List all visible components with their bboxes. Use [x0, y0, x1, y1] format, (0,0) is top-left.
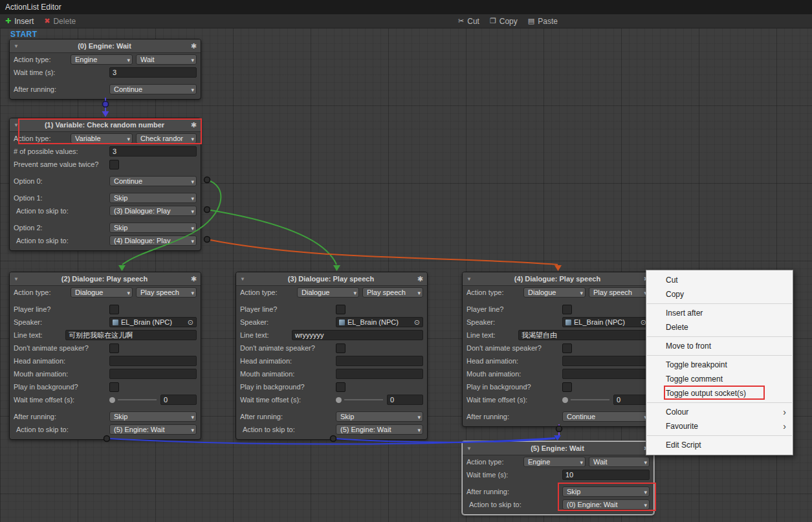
paste-button[interactable]: ▤ Paste: [523, 14, 563, 28]
slider-knob[interactable]: [336, 397, 342, 403]
gear-icon[interactable]: ✱: [188, 121, 197, 129]
possible-values-input[interactable]: [109, 146, 197, 157]
dont-animate-checkbox[interactable]: [336, 343, 346, 353]
line-text-input[interactable]: [292, 330, 423, 340]
wait-time-input[interactable]: [562, 470, 650, 480]
action-subtype-dropdown[interactable]: Wait ▾: [589, 457, 650, 467]
wait-offset-input[interactable]: [387, 395, 423, 405]
menu-item-toggle-output-sockets[interactable]: Toggle output socket(s): [646, 386, 793, 400]
menu-separator: [647, 336, 792, 337]
node-4-dialogue-play-speech[interactable]: ▼ (4) Dialogue: Play speech ✱ Action typ…: [462, 272, 654, 427]
action-category-dropdown[interactable]: Dialogue ▾: [523, 287, 586, 298]
play-in-background-checkbox[interactable]: [109, 382, 119, 392]
menu-item-cut[interactable]: Cut: [646, 273, 793, 287]
wait-offset-input[interactable]: [613, 395, 650, 405]
skip-to-dropdown[interactable]: (0) Engine: Wait ▾: [562, 499, 650, 510]
speaker-object-field[interactable]: EL_Brain (NPC) ⊙: [562, 317, 650, 327]
option2-skip-dropdown[interactable]: (4) Dialogue: Play ▾: [109, 235, 197, 246]
speaker-object-field[interactable]: EL_Brain (NPC) ⊙: [109, 317, 197, 327]
action-subtype-dropdown[interactable]: Play speech ▾: [362, 287, 423, 298]
play-in-background-checkbox[interactable]: [562, 382, 572, 392]
action-subtype-dropdown[interactable]: Play speech ▾: [136, 287, 197, 298]
collapse-icon[interactable]: ▼: [466, 276, 474, 282]
head-animation-input[interactable]: [109, 356, 197, 366]
slider-track[interactable]: [118, 399, 157, 400]
menu-item-toggle-breakpoint[interactable]: Toggle breakpoint: [646, 358, 793, 372]
option2-dropdown[interactable]: Skip ▾: [109, 223, 197, 233]
collapse-icon[interactable]: ▼: [14, 43, 21, 49]
node-0-engine-wait[interactable]: ▼ (0) Engine: Wait ✱ Action type: Engine…: [9, 39, 201, 100]
menu-item-copy[interactable]: Copy: [646, 287, 793, 301]
play-in-background-checkbox[interactable]: [336, 382, 346, 392]
menu-item-insert-after[interactable]: Insert after: [646, 306, 793, 320]
copy-button[interactable]: ❐ Copy: [485, 14, 523, 28]
object-picker-icon[interactable]: ⊙: [414, 318, 420, 327]
menu-item-toggle-comment[interactable]: Toggle comment: [646, 372, 793, 386]
object-picker-icon[interactable]: ⊙: [188, 318, 193, 327]
delete-button[interactable]: ✖ Delete: [39, 14, 81, 28]
action-subtype-dropdown[interactable]: Wait ▾: [136, 54, 197, 65]
speaker-object-field[interactable]: EL_Brain (NPC) ⊙: [336, 317, 423, 327]
slider-knob[interactable]: [562, 397, 568, 403]
collapse-icon[interactable]: ▼: [14, 276, 21, 282]
action-subtype-dropdown[interactable]: Check randor ▾: [136, 133, 197, 144]
after-running-dropdown[interactable]: Skip ▾: [336, 411, 423, 422]
prevent-same-checkbox[interactable]: [109, 160, 119, 169]
line-text-input[interactable]: [518, 330, 650, 340]
node-5-engine-wait[interactable]: ▼ (5) Engine: Wait ✱ Action type: Engine…: [462, 441, 654, 515]
node-3-dialogue-play-speech[interactable]: ▼ (3) Dialogue: Play speech ✱ Action typ…: [236, 272, 428, 440]
node-header[interactable]: ▼ (1) Variable: Check random number ✱: [10, 118, 201, 132]
gear-icon[interactable]: ✱: [188, 275, 197, 283]
after-running-dropdown[interactable]: Continue ▾: [562, 411, 650, 422]
after-running-dropdown[interactable]: Skip ▾: [109, 411, 197, 422]
slider-track[interactable]: [571, 399, 609, 400]
action-category-dropdown[interactable]: Engine ▾: [71, 54, 133, 65]
head-animation-input[interactable]: [562, 356, 650, 366]
collapse-icon[interactable]: ▼: [240, 276, 248, 282]
node-header[interactable]: ▼ (5) Engine: Wait ✱: [463, 442, 653, 455]
after-running-dropdown[interactable]: Skip ▾: [562, 486, 650, 497]
after-running-dropdown[interactable]: Continue ▾: [109, 84, 197, 94]
node-header[interactable]: ▼ (0) Engine: Wait ✱: [10, 39, 201, 53]
menu-item-favourite[interactable]: Favourite›: [646, 419, 793, 433]
node-header[interactable]: ▼ (2) Dialogue: Play speech ✱: [10, 272, 201, 286]
player-line-checkbox[interactable]: [109, 305, 119, 314]
option1-dropdown[interactable]: Skip ▾: [109, 193, 197, 203]
mouth-animation-input[interactable]: [562, 369, 650, 379]
wait-time-input[interactable]: [109, 67, 197, 78]
slider-track[interactable]: [344, 399, 383, 400]
menu-item-move-to-front[interactable]: Move to front: [646, 339, 793, 353]
wait-offset-input[interactable]: [160, 395, 197, 405]
dont-animate-checkbox[interactable]: [562, 343, 572, 353]
gear-icon[interactable]: ✱: [188, 42, 197, 50]
insert-button[interactable]: ✚ Insert: [0, 14, 39, 28]
mouth-animation-input[interactable]: [109, 369, 197, 379]
head-animation-input[interactable]: [336, 356, 423, 366]
skip-to-dropdown[interactable]: (5) Engine: Wait ▾: [336, 424, 423, 435]
action-category-dropdown[interactable]: Variable ▾: [71, 133, 133, 144]
dont-animate-checkbox[interactable]: [109, 343, 119, 353]
gear-icon[interactable]: ✱: [414, 275, 423, 283]
action-subtype-dropdown[interactable]: Play speech ▾: [589, 287, 650, 298]
line-text-input[interactable]: [65, 330, 197, 340]
node-header[interactable]: ▼ (4) Dialogue: Play speech ✱: [463, 272, 653, 286]
node-header[interactable]: ▼ (3) Dialogue: Play speech ✱: [236, 272, 427, 286]
collapse-icon[interactable]: ▼: [14, 122, 21, 128]
option1-skip-dropdown[interactable]: (3) Dialogue: Play ▾: [109, 206, 197, 216]
slider-knob[interactable]: [109, 397, 115, 403]
player-line-checkbox[interactable]: [336, 305, 346, 314]
action-category-dropdown[interactable]: Dialogue ▾: [297, 287, 359, 298]
collapse-icon[interactable]: ▼: [466, 446, 474, 451]
menu-item-delete[interactable]: Delete: [646, 320, 793, 334]
menu-item-edit-script[interactable]: Edit Script: [646, 438, 793, 452]
node-1-variable-check-random[interactable]: ▼ (1) Variable: Check random number ✱ Ac…: [9, 118, 201, 251]
cut-button[interactable]: ✂ Cut: [453, 14, 485, 28]
skip-to-dropdown[interactable]: (5) Engine: Wait ▾: [109, 424, 197, 435]
action-category-dropdown[interactable]: Engine ▾: [523, 457, 586, 467]
node-2-dialogue-play-speech[interactable]: ▼ (2) Dialogue: Play speech ✱ Action typ…: [9, 272, 201, 440]
mouth-animation-input[interactable]: [336, 369, 423, 379]
menu-item-colour[interactable]: Colour›: [646, 405, 793, 419]
player-line-checkbox[interactable]: [562, 305, 572, 314]
option0-dropdown[interactable]: Continue ▾: [109, 176, 197, 186]
action-category-dropdown[interactable]: Dialogue ▾: [71, 287, 133, 298]
